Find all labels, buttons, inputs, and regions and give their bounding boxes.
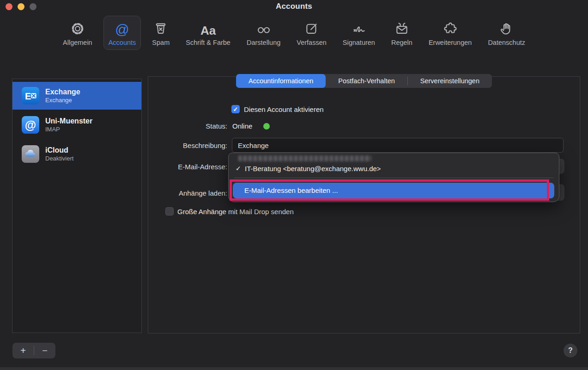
menu-separator: [234, 178, 553, 178]
window-title: Accounts: [0, 2, 588, 11]
fonts-icon: Aa: [200, 19, 216, 37]
check-icon: ✓: [233, 106, 238, 113]
account-name: Uni-Muenster: [45, 117, 92, 126]
compose-icon: [304, 19, 320, 37]
toolbar-item-schrift-farbe[interactable]: Aa Schrift & Farbe: [181, 16, 236, 50]
accounts-sidebar: E Exchange Exchange @ Uni-Muenster IMAP …: [12, 79, 142, 333]
help-button[interactable]: ?: [564, 344, 577, 358]
puzzle-icon: [443, 19, 458, 37]
sidebar-item-exchange[interactable]: E Exchange Exchange: [12, 82, 141, 110]
redacted-menu-item[interactable]: [238, 155, 371, 161]
account-type: IMAP: [45, 126, 92, 133]
toolbar-item-regeln[interactable]: Regeln: [386, 16, 418, 50]
check-icon: ✓: [233, 165, 245, 172]
account-name: iCloud: [45, 146, 73, 155]
toolbar-item-accounts[interactable]: @ Accounts: [103, 16, 141, 50]
svg-text:E: E: [25, 91, 31, 101]
status-label: Status:: [121, 122, 227, 130]
toolbar-item-label: Schrift & Farbe: [186, 39, 230, 46]
mail-drop-label: Große Anhänge mit Mail Drop senden: [177, 208, 294, 216]
spam-bin-icon: [153, 19, 169, 37]
toolbar-item-label: Allgemein: [63, 39, 92, 46]
mail-preferences-window: Accounts Allgemein @ Accounts Spam Aa Sc…: [0, 0, 588, 370]
rules-envelope-icon: [394, 19, 410, 37]
account-detail-panel: [148, 76, 580, 333]
enable-account-label: Diesen Account aktivieren: [244, 105, 324, 113]
account-tabs: Accountinformationen Postfach-Verhalten …: [236, 74, 492, 88]
toolbar-item-label: Datenschutz: [488, 39, 525, 46]
signature-icon: [350, 19, 368, 37]
tab-accountinformationen[interactable]: Accountinformationen: [236, 74, 326, 88]
at-icon: @: [115, 19, 129, 37]
toolbar-item-allgemein[interactable]: Allgemein: [58, 16, 97, 50]
menu-item-edit-email-addresses[interactable]: E-Mail-Adressen bearbeiten ...: [233, 183, 554, 198]
account-type: Deaktiviert: [45, 155, 73, 162]
menu-item-label: IT-Beratung <beratung@exchange.wwu.de>: [245, 165, 381, 173]
status-value: Online: [232, 122, 252, 130]
online-status-indicator: [263, 123, 270, 130]
account-name: Exchange: [45, 87, 80, 97]
hand-icon: [499, 19, 515, 37]
toolbar-item-signaturen[interactable]: Signaturen: [338, 16, 380, 50]
email-address-menu: ✓ IT-Beratung <beratung@exchange.wwu.de>…: [228, 153, 559, 202]
glasses-icon: [255, 19, 272, 37]
email-address-label: E-Mail-Adresse:: [121, 163, 227, 171]
window-bottom-edge: [0, 367, 588, 370]
remove-account-button[interactable]: −: [34, 343, 55, 358]
icloud-icon: [22, 145, 39, 163]
toolbar-item-label: Darstellung: [247, 39, 280, 46]
enable-account-checkbox[interactable]: ✓: [231, 105, 240, 113]
description-label: Beschreibung:: [121, 142, 227, 149]
titlebar: Accounts: [0, 0, 588, 13]
tab-postfach-verhalten[interactable]: Postfach-Verhalten: [326, 74, 407, 88]
exchange-icon: E: [22, 87, 39, 105]
toolbar-item-label: Regeln: [391, 39, 412, 46]
mail-drop-checkbox[interactable]: [165, 207, 174, 216]
menu-item-it-beratung[interactable]: ✓ IT-Beratung <beratung@exchange.wwu.de>: [233, 163, 555, 174]
load-attachments-label: Anhänge laden:: [121, 189, 227, 197]
toolbar-item-label: Verfassen: [297, 39, 327, 46]
toolbar-item-spam[interactable]: Spam: [147, 16, 175, 50]
toolbar-item-label: Accounts: [109, 39, 136, 46]
description-input[interactable]: [232, 138, 564, 153]
preferences-toolbar: Allgemein @ Accounts Spam Aa Schrift & F…: [0, 16, 588, 50]
toolbar-item-verfassen[interactable]: Verfassen: [291, 16, 332, 50]
toolbar-item-label: Signaturen: [343, 39, 375, 46]
add-account-button[interactable]: +: [12, 343, 34, 358]
gear-icon: [70, 19, 85, 37]
toolbar-item-label: Erweiterungen: [429, 39, 472, 46]
at-badge-icon: @: [22, 116, 39, 134]
account-add-remove-group: + −: [12, 343, 55, 358]
toolbar-item-label: Spam: [152, 39, 170, 46]
account-type: Exchange: [45, 97, 80, 104]
toolbar-item-datenschutz[interactable]: Datenschutz: [483, 16, 530, 50]
tab-servereinstellungen[interactable]: Servereinstellungen: [408, 74, 492, 88]
toolbar-item-darstellung[interactable]: Darstellung: [242, 16, 285, 50]
toolbar-item-erweiterungen[interactable]: Erweiterungen: [424, 16, 477, 50]
